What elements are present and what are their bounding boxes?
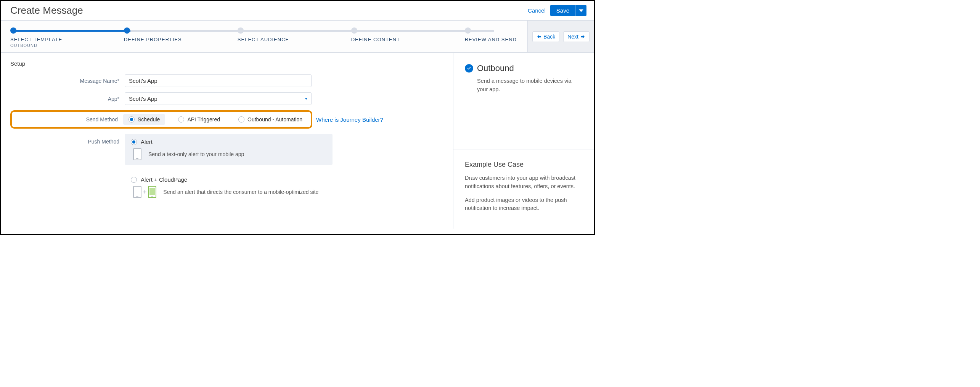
label-app: App*	[10, 96, 125, 102]
sidebar-desc: Send a message to mobile devices via you…	[465, 77, 583, 94]
sidebar-paragraph: Draw customers into your app with broadc…	[465, 174, 583, 191]
caret-down-icon: ▾	[305, 96, 307, 101]
setup-heading: Setup	[10, 60, 443, 67]
app-select-value: Scott's App	[129, 95, 157, 102]
body: Setup Message Name* App* Scott's App ▾ S…	[1, 53, 594, 229]
step-label: DEFINE PROPERTIES	[124, 37, 182, 42]
wizard-bar: SELECT TEMPLATE OUTBOUND DEFINE PROPERTI…	[1, 20, 594, 53]
save-dropdown-button[interactable]	[575, 5, 586, 16]
push-card-desc: Send a text-only alert to your mobile ap…	[148, 151, 244, 157]
page-title: Create Message	[10, 5, 83, 16]
radio-icon	[131, 177, 137, 183]
send-method-radio-group: Schedule API Triggered Outbound - Automa…	[123, 114, 308, 125]
step-define-properties[interactable]: DEFINE PROPERTIES	[124, 27, 238, 42]
radio-icon	[238, 116, 244, 123]
arrow-right-icon	[581, 34, 585, 39]
step-sublabel: OUTBOUND	[10, 43, 37, 48]
next-label: Next	[567, 34, 578, 40]
step-dot	[124, 27, 130, 34]
header-actions: Cancel Save	[528, 5, 586, 16]
step-label: SELECT AUDIENCE	[238, 37, 289, 42]
phone-icon	[133, 148, 141, 160]
main-form: Setup Message Name* App* Scott's App ▾ S…	[1, 53, 453, 229]
step-label: REVIEW AND SEND	[465, 37, 517, 42]
radio-icon	[178, 116, 184, 123]
save-button[interactable]: Save	[550, 5, 575, 16]
save-button-group: Save	[550, 5, 586, 16]
step-dot	[351, 27, 357, 34]
step-label: DEFINE CONTENT	[351, 37, 400, 42]
label-push-method: Push Method	[10, 134, 125, 145]
step-define-content[interactable]: DEFINE CONTENT	[351, 27, 465, 42]
back-button[interactable]: Back	[532, 31, 559, 42]
push-card-desc: Send an alert that directs the consumer …	[163, 189, 318, 195]
radio-api-triggered[interactable]: API Triggered	[173, 114, 225, 125]
push-card-title: Alert + CloudPage	[141, 176, 187, 183]
sidebar-example: Example Use Case Draw customers into you…	[453, 150, 594, 229]
wizard-nav: Back Next	[527, 21, 594, 52]
step-review-and-send[interactable]: REVIEW AND SEND	[465, 27, 517, 42]
row-push-method: Push Method Alert Send a text-only alert…	[10, 134, 443, 210]
sidebar-heading: Example Use Case	[465, 161, 583, 169]
next-button[interactable]: Next	[563, 31, 590, 42]
app-select[interactable]: Scott's App ▾	[125, 92, 312, 105]
radio-label: API Triggered	[187, 116, 220, 123]
radio-schedule[interactable]: Schedule	[123, 114, 165, 125]
journey-builder-link[interactable]: Where is Journey Builder?	[316, 116, 383, 123]
check-circle-icon	[465, 64, 473, 73]
cancel-link[interactable]: Cancel	[528, 7, 546, 14]
phone-icon-green	[148, 186, 156, 198]
caret-down-icon	[579, 8, 583, 13]
radio-label: Schedule	[138, 116, 160, 123]
radio-icon	[131, 139, 137, 145]
push-card-alert-cloudpage[interactable]: Alert + CloudPage + Send an alert that d…	[125, 172, 333, 203]
push-card-alert[interactable]: Alert Send a text-only alert to your mob…	[125, 134, 333, 165]
step-dot	[238, 27, 244, 34]
radio-outbound-automation[interactable]: Outbound - Automation	[233, 114, 308, 125]
row-send-method: Send Method Schedule API Triggered Outbo…	[10, 110, 443, 129]
phone-icon	[133, 186, 141, 198]
plus-icon: +	[143, 189, 146, 195]
row-app: App* Scott's App ▾	[10, 92, 443, 105]
step-dot	[10, 27, 16, 34]
send-method-highlight: Send Method Schedule API Triggered Outbo…	[10, 110, 312, 129]
step-label: SELECT TEMPLATE	[10, 37, 62, 42]
page-header: Create Message Cancel Save	[1, 1, 594, 20]
radio-label: Outbound - Automation	[247, 116, 302, 123]
label-message-name: Message Name*	[10, 78, 125, 84]
sidebar: Outbound Send a message to mobile device…	[453, 53, 594, 229]
back-label: Back	[543, 34, 555, 40]
phone-pair-icon: +	[133, 186, 156, 198]
push-card-title: Alert	[141, 139, 153, 145]
sidebar-paragraph: Add product images or videos to the push…	[465, 196, 583, 213]
message-name-input[interactable]	[125, 74, 312, 87]
label-send-method: Send Method	[12, 116, 123, 123]
step-select-audience[interactable]: SELECT AUDIENCE	[238, 27, 351, 42]
arrow-left-icon	[537, 34, 541, 39]
radio-icon	[129, 116, 135, 123]
step-dot	[465, 27, 471, 34]
sidebar-outbound: Outbound Send a message to mobile device…	[453, 53, 594, 150]
step-select-template[interactable]: SELECT TEMPLATE OUTBOUND	[10, 27, 124, 48]
push-method-options: Alert Send a text-only alert to your mob…	[125, 134, 333, 210]
wizard-steps: SELECT TEMPLATE OUTBOUND DEFINE PROPERTI…	[1, 21, 527, 52]
row-message-name: Message Name*	[10, 74, 443, 87]
sidebar-title: Outbound	[477, 63, 514, 73]
